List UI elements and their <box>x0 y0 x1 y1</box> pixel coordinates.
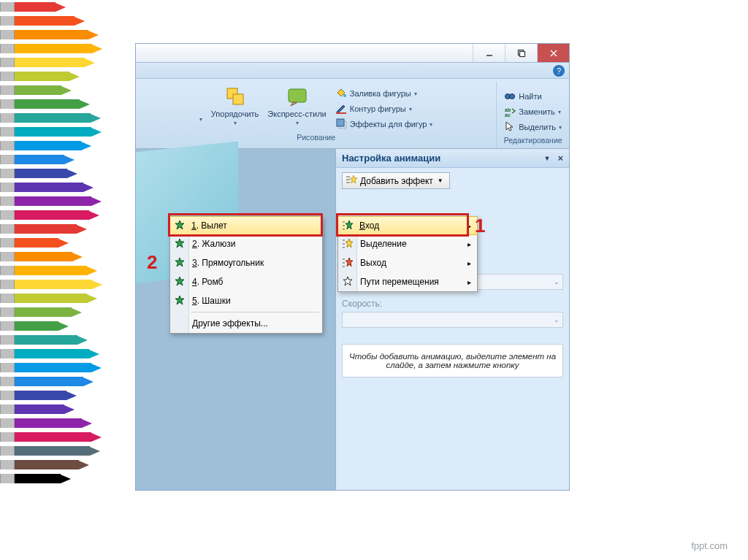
minimize-button[interactable] <box>473 44 505 62</box>
effect-checkerboard[interactable]: 5. Шашки <box>170 291 322 310</box>
help-row: ? <box>136 63 569 79</box>
ribbon-group-editing: Найти abac Заменить ▾ Выделить ▾ <box>497 82 569 148</box>
replace-icon: abac <box>504 105 516 118</box>
select-label: Выделить <box>519 123 556 131</box>
task-pane-title: Настройка анимации <box>342 153 440 164</box>
select-button[interactable]: Выделить ▾ <box>501 120 565 134</box>
more-effects-label: Другие эффекты... <box>192 318 268 329</box>
svg-rect-7 <box>289 89 306 102</box>
pencil-border <box>0 0 121 491</box>
task-pane-menu-icon[interactable]: ▼ <box>543 155 550 162</box>
footer-watermark: fppt.com <box>691 540 728 551</box>
quick-styles-button[interactable]: Экспресс-стили ▾ <box>264 83 329 131</box>
task-pane-close-icon[interactable]: × <box>557 153 563 164</box>
binoculars-icon <box>504 90 516 103</box>
shape-effects-label: Эффекты для фигур <box>350 120 427 129</box>
star-red-icon <box>341 256 354 269</box>
menu-exit[interactable]: Выход ▸ <box>338 253 477 272</box>
shape-fill-label: Заливка фигуры <box>350 89 411 98</box>
svg-point-13 <box>510 94 515 99</box>
help-icon[interactable]: ? <box>553 65 565 77</box>
annotation-box-2 <box>168 213 323 237</box>
shape-outline-label: Контур фигуры <box>350 104 406 113</box>
svg-rect-2 <box>519 51 524 56</box>
speed-label: Скорость: <box>336 297 569 310</box>
paint-bucket-icon <box>335 87 347 100</box>
arrange-icon <box>224 85 247 108</box>
group-editing-label: Редактирование <box>504 134 562 147</box>
menu-motion-label: Пути перемещения <box>360 277 439 287</box>
cursor-icon <box>504 120 516 134</box>
svg-rect-10 <box>337 119 344 126</box>
effect-box[interactable]: 3. Прямоугольник <box>170 253 322 272</box>
quick-styles-label: Экспресс-стили <box>267 110 326 118</box>
speed-field[interactable]: ⌄ <box>342 312 563 328</box>
svg-rect-6 <box>233 94 243 104</box>
svg-rect-9 <box>336 112 346 114</box>
add-effect-label: Добавить эффект <box>360 176 433 186</box>
list-star-icon <box>346 174 357 187</box>
svg-marker-35 <box>175 258 184 266</box>
annotation-box-1 <box>336 213 469 237</box>
menu-emphasis[interactable]: Выделение ▸ <box>338 234 477 253</box>
ribbon-group-drawing: ▾ Упорядочить ▾ Экспресс-стили ▾ <box>136 82 497 148</box>
more-effects[interactable]: Другие эффекты... <box>170 314 322 333</box>
arrange-button[interactable]: Упорядочить ▾ <box>208 83 262 131</box>
star-green-icon <box>173 237 186 250</box>
star-yellow-icon <box>341 237 354 250</box>
hint-text: Чтобы добавить анимацию, выделите элемен… <box>342 344 563 377</box>
menu-exit-label: Выход <box>360 258 386 268</box>
group-drawing-label: Рисование <box>297 131 335 144</box>
svg-marker-34 <box>175 239 184 248</box>
svg-marker-37 <box>175 296 184 304</box>
find-label: Найти <box>519 92 541 101</box>
star-outline-icon <box>341 275 354 288</box>
arrange-label: Упорядочить <box>211 110 259 118</box>
svg-marker-27 <box>346 239 353 248</box>
replace-button[interactable]: abac Заменить ▾ <box>501 104 565 119</box>
star-green-icon <box>173 275 186 288</box>
annotation-number-1: 1 <box>475 215 485 237</box>
effect-diamond[interactable]: 4. Ромб <box>170 272 322 291</box>
svg-marker-19 <box>350 175 357 183</box>
window-titlebar <box>136 44 569 63</box>
add-effect-button[interactable]: Добавить эффект ▼ <box>342 172 450 189</box>
animation-task-pane: Настройка анимации ▼ × Добавить эффект ▼… <box>335 149 569 491</box>
pen-icon <box>335 102 347 115</box>
effect-blinds[interactable]: 2. Жалюзи <box>170 234 322 253</box>
svg-marker-36 <box>175 277 184 285</box>
quick-styles-icon <box>286 85 309 108</box>
task-pane-header: Настройка анимации ▼ × <box>336 149 569 168</box>
shape-outline-button[interactable]: Контур фигуры ▾ <box>332 101 436 116</box>
replace-label: Заменить <box>519 107 554 116</box>
annotation-number-2: 2 <box>147 251 157 274</box>
shape-effects-button[interactable]: Эффекты для фигур ▾ <box>332 117 436 131</box>
svg-text:ac: ac <box>505 112 511 117</box>
svg-point-8 <box>343 94 346 97</box>
menu-emphasis-label: Выделение <box>360 239 407 249</box>
close-button[interactable] <box>537 44 569 62</box>
ribbon: ▾ Упорядочить ▾ Экспресс-стили ▾ <box>136 79 569 149</box>
menu-motion-path[interactable]: Пути перемещения ▸ <box>338 272 477 291</box>
effects-icon <box>335 118 347 131</box>
svg-text:ab: ab <box>505 107 511 112</box>
star-green-icon <box>173 256 186 269</box>
shape-fill-button[interactable]: Заливка фигуры ▾ <box>332 86 436 101</box>
find-button[interactable]: Найти <box>501 89 565 104</box>
maximize-button[interactable] <box>505 44 537 62</box>
svg-marker-32 <box>343 277 352 285</box>
small-dropdown-handle[interactable]: ▾ <box>196 83 205 124</box>
svg-marker-31 <box>346 258 353 266</box>
star-green-icon <box>173 294 186 307</box>
